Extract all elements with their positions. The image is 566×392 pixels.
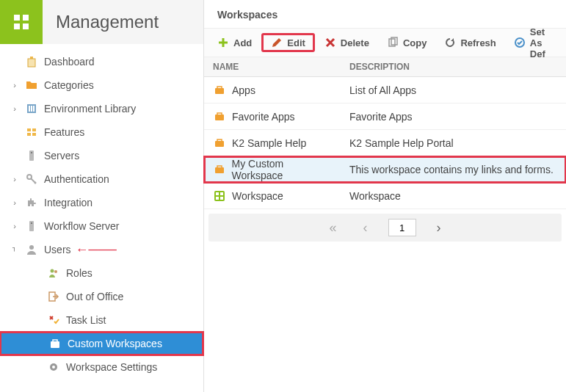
svg-point-19 [29,245,34,250]
sidebar-item-ooo[interactable]: Out of Office [22,285,203,308]
row-name: My Custom Workspace [232,158,335,181]
nav-label: Custom Workspaces [68,338,162,349]
nav-label: Users [44,244,71,255]
pager-next[interactable]: › [431,219,447,237]
sidebar-item-categories[interactable]: › Categories [0,73,203,97]
row-name: Workspace [232,190,283,202]
exit-icon [46,291,62,302]
sidebar-item-users[interactable]: ⌐ Users ←─── [0,238,203,261]
roles-icon [46,267,62,279]
set-default-button[interactable]: Set As Def [507,23,560,62]
refresh-button[interactable]: Refresh [437,34,503,51]
svg-rect-40 [220,192,223,195]
svg-rect-10 [27,128,31,131]
sidebar-item-auth[interactable]: › Authentication [0,167,203,191]
svg-rect-35 [217,139,222,142]
nav-label: Servers [44,150,79,161]
x-icon [324,37,336,48]
chevron-right-icon: › [9,104,21,113]
user-icon [23,244,40,255]
nav-label: Out of Office [66,291,123,302]
nav-label: Workflow Server [44,220,119,232]
sidebar-item-tasklist[interactable]: Task List [22,308,203,332]
workspace-icon [213,189,226,203]
table-row[interactable]: Workspace Workspace [204,183,566,209]
column-desc[interactable]: DESCRIPTION [342,57,566,76]
sidebar-item-ws-settings[interactable]: Workspace Settings [22,355,203,379]
row-name: Favorite Apps [232,111,295,123]
row-desc: This workspace contains my links and for… [342,159,566,180]
folder-icon [23,79,40,91]
sidebar-item-dashboard[interactable]: Dashboard [0,50,203,73]
svg-point-21 [54,270,57,273]
copy-button[interactable]: Copy [380,34,435,51]
nav-label: Features [44,126,84,138]
chevron-right-icon: › [9,81,21,90]
delete-button[interactable]: Delete [317,34,377,51]
pager: « ‹ › [208,214,562,242]
sidebar-item-roles[interactable]: Roles [22,261,203,285]
features-icon [23,126,40,138]
key-icon [23,173,40,185]
svg-rect-13 [32,133,36,136]
sidebar-item-servers[interactable]: Servers [0,144,203,167]
dashboard-icon [23,56,40,68]
pager-first[interactable]: « [323,219,342,237]
svg-rect-9 [33,106,35,112]
briefcase-icon [213,163,226,176]
nav-tree: Dashboard › Categories › Environment Lib… [0,44,203,379]
library-icon [23,103,40,115]
svg-point-18 [31,222,32,224]
copy-icon [387,37,399,48]
svg-rect-12 [27,133,31,136]
server-icon [23,150,40,161]
chevron-right-icon: › [9,175,21,184]
btn-label: Delete [341,37,369,48]
svg-rect-11 [32,128,36,131]
btn-label: Set As Def [530,26,553,59]
svg-rect-42 [220,197,223,200]
btn-label: Add [233,37,252,48]
btn-label: Copy [403,37,427,48]
svg-point-20 [51,269,54,273]
main-content: Workspaces Add Edit Delete Copy Refresh [204,0,566,392]
sidebar-item-integration[interactable]: › Integration [0,191,203,214]
sidebar-item-features[interactable]: Features [0,120,203,144]
nav-label: Integration [44,197,92,208]
briefcase-icon [213,110,226,123]
sidebar: Management Dashboard › Categories › Envi… [0,0,204,392]
btn-label: Edit [287,37,305,48]
column-name[interactable]: NAME [204,57,342,76]
sidebar-item-envlib[interactable]: › Environment Library [0,97,203,120]
row-desc: List of All Apps [342,80,566,101]
btn-label: Refresh [460,37,496,48]
nav-label: Workspace Settings [66,361,157,373]
edit-button[interactable]: Edit [262,34,314,51]
sidebar-item-custom-workspaces[interactable]: Custom Workspaces [0,332,203,355]
chevron-right-icon: › [9,222,21,231]
svg-rect-7 [29,106,30,112]
pager-prev[interactable]: ‹ [358,219,374,237]
row-desc: K2 Sample Help Portal [342,133,566,153]
svg-rect-33 [217,113,222,115]
add-button[interactable]: Add [210,34,259,51]
annotation-arrow: ←─── [76,242,117,258]
row-desc: Favorite Apps [342,106,566,127]
svg-rect-31 [217,87,222,89]
pager-page-input[interactable] [388,219,416,236]
nav-label: Categories [44,79,94,91]
sidebar-item-workflow[interactable]: › Workflow Server [0,214,203,238]
nav-label: Roles [66,267,92,279]
table-row[interactable]: My Custom Workspace This workspace conta… [204,156,566,183]
svg-rect-24 [53,340,57,342]
svg-rect-0 [14,15,20,21]
table-row[interactable]: Favorite Apps Favorite Apps [204,104,566,130]
table-header: NAME DESCRIPTION [204,57,566,77]
svg-point-15 [31,152,32,153]
pencil-icon [271,37,283,48]
puzzle-icon [23,197,40,208]
check-icon [514,37,526,48]
table-row[interactable]: Apps List of All Apps [204,77,566,104]
svg-point-26 [52,366,55,369]
briefcase-icon [47,338,63,349]
